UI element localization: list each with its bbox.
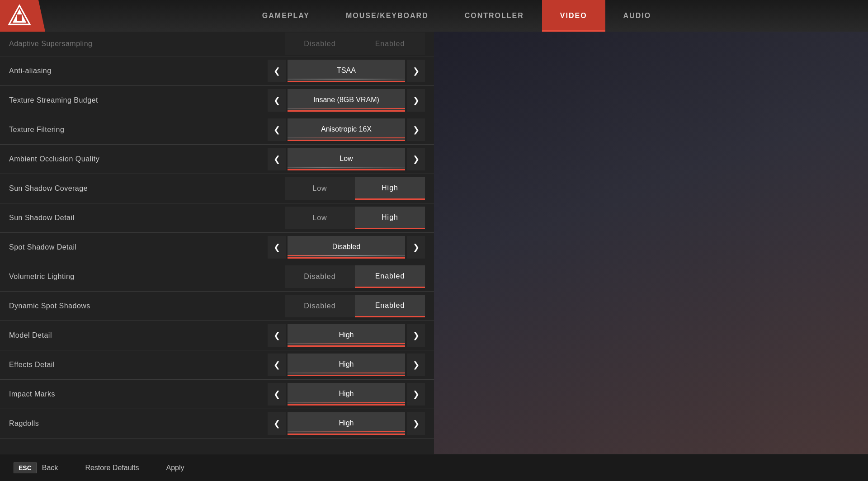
arrow-left-ragdolls[interactable]: ❮ <box>268 412 286 435</box>
value-box-anti-aliasing: TSAA <box>288 60 405 82</box>
value-box-ragdolls: High <box>288 412 405 435</box>
toggle-high-sun-shadow-coverage[interactable]: High <box>355 177 425 200</box>
arrow-right-ragdolls[interactable]: ❯ <box>407 412 425 435</box>
value-box-texture-filtering: Anisotropic 16X <box>288 118 405 141</box>
footer-restore[interactable]: Restore Defaults <box>85 464 139 472</box>
value-box-spot-shadow: Disabled <box>288 236 405 259</box>
value-texture-filtering: Anisotropic 16X <box>321 125 372 133</box>
apex-logo-icon <box>8 5 31 27</box>
label-effects-detail: Effects Detail <box>9 361 55 369</box>
arrow-left-anti-aliasing[interactable]: ❮ <box>268 60 286 82</box>
settings-scroll[interactable]: Adaptive Supersampling Disabled Enabled … <box>0 32 434 454</box>
row-ragdolls: Ragdolls ❮ High ❯ <box>0 409 434 439</box>
control-effects-detail: ❮ High ❯ <box>268 354 425 376</box>
label-sun-shadow-coverage: Sun Shadow Coverage <box>9 184 88 193</box>
arrow-left-model-detail[interactable]: ❮ <box>268 324 286 347</box>
arrow-left-effects-detail[interactable]: ❮ <box>268 354 286 376</box>
toggle-low-sun-shadow-coverage[interactable]: Low <box>285 177 355 200</box>
value-box-effects-detail: High <box>288 354 405 376</box>
arrow-left-texture-streaming[interactable]: ❮ <box>268 89 286 112</box>
toggle-enabled-adaptive[interactable]: Enabled <box>355 33 425 55</box>
control-ambient-occlusion: ❮ Low ❯ <box>268 148 425 170</box>
control-impact-marks: ❮ High ❯ <box>268 383 425 406</box>
nav-tabs: GAMEPLAY MOUSE/KEYBOARD CONTROLLER VIDEO… <box>45 0 868 32</box>
label-model-detail: Model Detail <box>9 331 52 340</box>
toggle-disabled-adaptive[interactable]: Disabled <box>285 33 355 55</box>
value-anti-aliasing: TSAA <box>337 66 356 75</box>
right-panel-bg <box>434 32 868 454</box>
row-texture-filtering: Texture Filtering ❮ Anisotropic 16X ❯ <box>0 115 434 145</box>
control-anti-aliasing: ❮ TSAA ❯ <box>268 60 425 82</box>
control-sun-shadow-detail: Low High <box>285 207 425 229</box>
label-anti-aliasing: Anti-aliasing <box>9 67 52 75</box>
toggle-low-sun-shadow-detail[interactable]: Low <box>285 207 355 229</box>
arrow-right-ambient-occlusion[interactable]: ❯ <box>407 148 425 170</box>
row-volumetric-lighting: Volumetric Lighting Disabled Enabled <box>0 262 434 292</box>
arrow-right-anti-aliasing[interactable]: ❯ <box>407 60 425 82</box>
row-effects-detail: Effects Detail ❮ High ❯ <box>0 350 434 380</box>
row-model-detail: Model Detail ❮ High ❯ <box>0 321 434 350</box>
label-spot-shadow-detail: Spot Shadow Detail <box>9 243 77 251</box>
settings-panel: Adaptive Supersampling Disabled Enabled … <box>0 32 434 454</box>
row-sun-shadow-coverage: Sun Shadow Coverage Low High <box>0 174 434 203</box>
logo-area <box>0 0 45 32</box>
value-effects-detail: High <box>339 360 354 368</box>
toggle-enabled-volumetric[interactable]: Enabled <box>355 265 425 288</box>
right-panel <box>434 32 868 454</box>
footer: ESC Back Restore Defaults Apply <box>0 454 868 481</box>
arrow-right-effects-detail[interactable]: ❯ <box>407 354 425 376</box>
arrow-left-texture-filtering[interactable]: ❮ <box>268 118 286 141</box>
toggle-disabled-dynamic-spot[interactable]: Disabled <box>285 295 355 317</box>
value-box-ambient-occlusion: Low <box>288 148 405 170</box>
esc-key: ESC <box>14 462 37 473</box>
label-texture-filtering: Texture Filtering <box>9 126 64 134</box>
arrow-left-spot-shadow[interactable]: ❮ <box>268 236 286 259</box>
tab-controller[interactable]: CONTROLLER <box>447 0 542 32</box>
label-dynamic-spot-shadows: Dynamic Spot Shadows <box>9 302 90 310</box>
control-volumetric-lighting: Disabled Enabled <box>285 265 425 288</box>
toggle-disabled-volumetric[interactable]: Disabled <box>285 265 355 288</box>
arrow-left-impact-marks[interactable]: ❮ <box>268 383 286 406</box>
value-impact-marks: High <box>339 390 354 398</box>
tab-mouse-keyboard[interactable]: MOUSE/KEYBOARD <box>328 0 447 32</box>
value-ragdolls: High <box>339 419 354 427</box>
arrow-right-texture-streaming[interactable]: ❯ <box>407 89 425 112</box>
toggle-high-sun-shadow-detail[interactable]: High <box>355 207 425 229</box>
label-impact-marks: Impact Marks <box>9 390 55 398</box>
row-sun-shadow-detail: Sun Shadow Detail Low High <box>0 203 434 233</box>
svg-rect-2 <box>17 14 22 21</box>
tab-audio[interactable]: AUDIO <box>605 0 670 32</box>
main-content: Adaptive Supersampling Disabled Enabled … <box>0 32 868 454</box>
row-impact-marks: Impact Marks ❮ High ❯ <box>0 380 434 409</box>
footer-back: ESC Back <box>14 462 58 473</box>
control-texture-streaming: ❮ Insane (8GB VRAM) ❯ <box>268 89 425 112</box>
control-texture-filtering: ❮ Anisotropic 16X ❯ <box>268 118 425 141</box>
label-ragdolls: Ragdolls <box>9 420 39 428</box>
control-dynamic-spot-shadows: Disabled Enabled <box>285 295 425 317</box>
control-ragdolls: ❮ High ❯ <box>268 412 425 435</box>
value-model-detail: High <box>339 331 354 339</box>
row-adaptive-supersampling: Adaptive Supersampling Disabled Enabled <box>0 32 434 57</box>
tab-gameplay[interactable]: GAMEPLAY <box>244 0 328 32</box>
label-ambient-occlusion: Ambient Occlusion Quality <box>9 155 99 163</box>
tab-video[interactable]: VIDEO <box>542 0 605 32</box>
label-texture-streaming: Texture Streaming Budget <box>9 96 98 104</box>
value-spot-shadow: Disabled <box>332 243 360 251</box>
value-box-model-detail: High <box>288 324 405 347</box>
arrow-right-spot-shadow[interactable]: ❯ <box>407 236 425 259</box>
arrow-left-ambient-occlusion[interactable]: ❮ <box>268 148 286 170</box>
row-spot-shadow-detail: Spot Shadow Detail ❮ Disabled ❯ <box>0 233 434 262</box>
arrow-right-texture-filtering[interactable]: ❯ <box>407 118 425 141</box>
toggle-enabled-dynamic-spot[interactable]: Enabled <box>355 295 425 317</box>
row-texture-streaming: Texture Streaming Budget ❮ Insane (8GB V… <box>0 86 434 115</box>
value-box-impact-marks: High <box>288 383 405 406</box>
arrow-right-impact-marks[interactable]: ❯ <box>407 383 425 406</box>
apply-label[interactable]: Apply <box>166 464 184 472</box>
control-model-detail: ❮ High ❯ <box>268 324 425 347</box>
restore-label[interactable]: Restore Defaults <box>85 464 139 472</box>
label-volumetric-lighting: Volumetric Lighting <box>9 273 75 281</box>
arrow-right-model-detail[interactable]: ❯ <box>407 324 425 347</box>
control-adaptive-supersampling: Disabled Enabled <box>285 33 425 55</box>
footer-apply[interactable]: Apply <box>166 464 184 472</box>
value-ambient-occlusion: Low <box>340 155 353 163</box>
